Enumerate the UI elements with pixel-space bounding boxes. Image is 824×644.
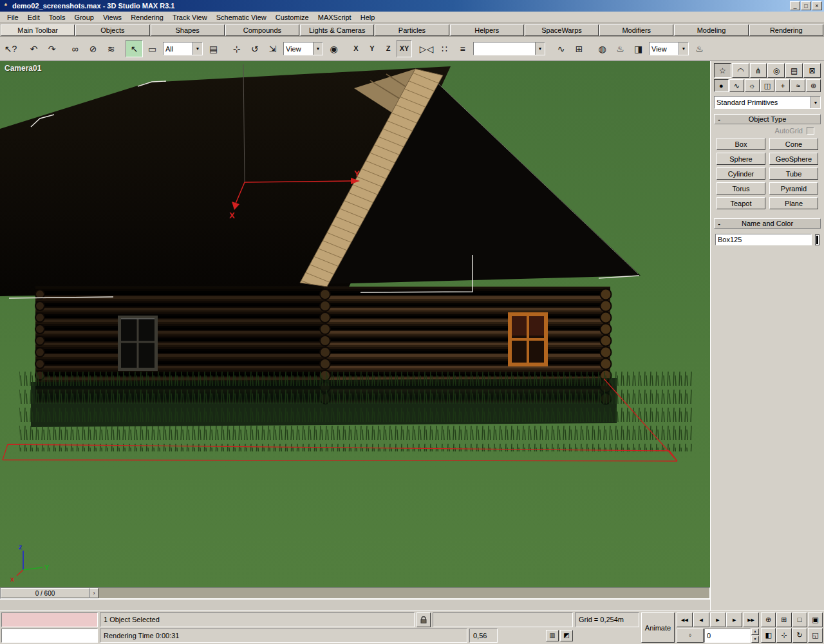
primitive-button-cylinder[interactable]: Cylinder — [716, 167, 765, 180]
utilities-tab-icon[interactable]: ⊠ — [803, 63, 821, 78]
mini-listener-macro-line[interactable] — [1, 612, 98, 627]
motion-tab-icon[interactable]: ◎ — [767, 63, 785, 78]
track-bar[interactable] — [0, 599, 710, 611]
render-scene-icon[interactable]: ♨ — [612, 40, 629, 57]
mirror-icon[interactable]: ▷◁ — [418, 40, 435, 57]
undo-icon[interactable]: ↶ — [25, 40, 42, 57]
tab-modifiers[interactable]: Modifiers — [599, 24, 673, 36]
reference-coordinate-dropdown[interactable]: View▼ — [283, 42, 323, 55]
tab-modeling[interactable]: Modeling — [674, 24, 748, 36]
primitive-button-tube[interactable]: Tube — [769, 167, 818, 180]
array-icon[interactable]: ∷ — [436, 40, 453, 57]
systems-category-icon[interactable]: ⊛ — [806, 79, 821, 92]
menu-item-track-view[interactable]: Track View — [168, 13, 212, 22]
time-slider-next-button[interactable]: › — [89, 588, 98, 598]
primitive-button-plane[interactable]: Plane — [769, 197, 818, 209]
spinner-up-icon[interactable]: ▲ — [751, 629, 759, 636]
title-bar[interactable]: * demo02_screenshots.max - 3D Studio MAX… — [0, 0, 824, 12]
object-color-swatch[interactable] — [815, 234, 819, 245]
cameras-category-icon[interactable]: ◫ — [760, 79, 775, 92]
dropdown-arrow-icon[interactable]: ▼ — [192, 43, 202, 55]
select-and-rotate-icon[interactable]: ↺ — [246, 40, 263, 57]
primitive-button-sphere[interactable]: Sphere — [716, 153, 765, 165]
frame-spinner[interactable]: ▲ ▼ — [751, 629, 759, 643]
menu-item-customize[interactable]: Customize — [271, 13, 314, 22]
helpers-category-icon[interactable]: + — [775, 79, 790, 92]
zoom-extents-button[interactable]: □ — [792, 612, 807, 627]
key-mode-toggle[interactable]: ◊ — [677, 629, 704, 643]
close-button[interactable]: × — [812, 1, 822, 10]
menu-item-rendering[interactable]: Rendering — [126, 13, 168, 22]
spinner-down-icon[interactable]: ▼ — [751, 636, 759, 643]
tab-rendering[interactable]: Rendering — [749, 24, 823, 36]
rectangular-selection-icon[interactable]: ▭ — [144, 40, 161, 57]
tab-objects[interactable]: Objects — [75, 24, 149, 36]
display-tab-icon[interactable]: ▤ — [785, 63, 803, 78]
name-color-rollout-header[interactable]: - Name and Color — [714, 218, 821, 229]
next-frame-button[interactable]: ▶ — [726, 612, 742, 627]
crossing-selection-toggle[interactable]: ▥ — [546, 630, 559, 641]
help-mode-icon[interactable]: ↖? — [2, 40, 19, 57]
menu-item-maxscript[interactable]: MAXScript — [314, 13, 356, 22]
render-view-dropdown[interactable]: View▼ — [649, 42, 689, 55]
dropdown-arrow-icon[interactable]: ▼ — [679, 43, 688, 55]
tab-particles[interactable]: Particles — [375, 24, 449, 36]
min-max-toggle-button[interactable]: ◱ — [808, 628, 823, 643]
zoom-button[interactable]: ⊕ — [761, 612, 776, 627]
current-frame-field[interactable] — [704, 629, 751, 643]
time-slider[interactable]: 0 / 600 › — [0, 587, 710, 599]
pan-button[interactable]: ⊹ — [776, 628, 791, 643]
tab-lights-cameras[interactable]: Lights & Cameras — [300, 24, 374, 36]
select-object-icon[interactable]: ↖ — [126, 40, 143, 57]
object-name-input[interactable] — [715, 234, 812, 245]
coordinate-display[interactable] — [433, 612, 573, 627]
zoom-extents-all-button[interactable]: ▣ — [808, 612, 823, 627]
menu-item-views[interactable]: Views — [98, 13, 126, 22]
tab-compounds[interactable]: Compounds — [225, 24, 299, 36]
select-and-move-icon[interactable]: ⊹ — [228, 40, 245, 57]
primitives-category-dropdown[interactable]: Standard Primitives ▼ — [714, 96, 821, 109]
menu-item-tools[interactable]: Tools — [44, 13, 70, 22]
primitive-button-teapot[interactable]: Teapot — [716, 197, 765, 209]
schematic-view-icon[interactable]: ⊞ — [570, 40, 588, 57]
modify-tab-icon[interactable]: ◠ — [732, 63, 749, 78]
shapes-category-icon[interactable]: ∿ — [729, 79, 744, 92]
mini-listener-script-line[interactable] — [1, 629, 98, 643]
render-type-icon[interactable]: ◨ — [630, 40, 647, 57]
select-and-scale-icon[interactable]: ⇲ — [264, 40, 281, 57]
time-slider-handle[interactable]: 0 / 600 — [1, 588, 89, 598]
primitive-button-torus[interactable]: Torus — [716, 182, 765, 194]
primitive-button-cone[interactable]: Cone — [769, 138, 818, 150]
named-selection-sets-dropdown[interactable]: ▼ — [473, 42, 545, 55]
restrict-x-button[interactable]: X — [348, 40, 364, 57]
object-type-rollout-header[interactable]: - Object Type — [714, 114, 821, 124]
degradation-override-toggle[interactable]: ◩ — [560, 630, 573, 641]
track-view-icon[interactable]: ∿ — [552, 40, 570, 57]
dropdown-arrow-icon[interactable]: ▼ — [535, 43, 545, 55]
create-tab-icon[interactable]: ☆ — [714, 63, 731, 78]
tab-spacewarps[interactable]: SpaceWarps — [525, 24, 599, 36]
geometry-category-icon[interactable]: ● — [714, 79, 729, 92]
primitive-button-box[interactable]: Box — [716, 138, 765, 150]
menu-item-edit[interactable]: Edit — [23, 13, 44, 22]
dropdown-arrow-icon[interactable]: ▼ — [313, 43, 323, 55]
selection-lock-button[interactable] — [417, 612, 431, 627]
menu-item-help[interactable]: Help — [356, 13, 380, 22]
primitive-button-geosphere[interactable]: GeoSphere — [769, 153, 818, 165]
bind-to-space-warp-icon[interactable]: ≋ — [102, 40, 120, 57]
select-and-link-icon[interactable]: ∞ — [66, 40, 84, 57]
maximize-button[interactable]: □ — [801, 1, 811, 10]
space-warps-category-icon[interactable]: ≈ — [791, 79, 805, 92]
time-slider-track[interactable] — [98, 588, 709, 598]
select-by-name-icon[interactable]: ▤ — [205, 40, 222, 57]
viewport-label[interactable]: Camera01 — [5, 64, 41, 73]
lights-category-icon[interactable]: ☼ — [745, 79, 760, 92]
tab-main-toolbar[interactable]: Main Toolbar — [1, 24, 75, 36]
autogrid-checkbox[interactable] — [807, 127, 814, 135]
menu-item-file[interactable]: File — [3, 13, 23, 22]
tab-shapes[interactable]: Shapes — [151, 24, 225, 36]
primitive-button-pyramid[interactable]: Pyramid — [769, 182, 818, 194]
zoom-all-button[interactable]: ⊞ — [776, 612, 791, 627]
camera-viewport[interactable]: Y X z Y x Camera01 — [0, 61, 710, 587]
minimize-button[interactable]: _ — [790, 1, 800, 10]
